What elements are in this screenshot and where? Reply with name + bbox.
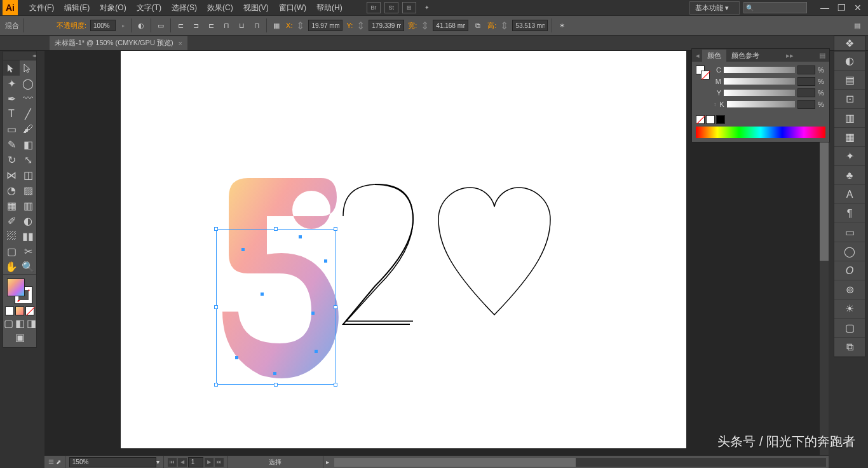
black-swatch[interactable] — [716, 115, 725, 124]
dock-transparency-icon[interactable]: ▦ — [834, 128, 865, 147]
dock-stroke-icon[interactable]: ⊡ — [834, 90, 865, 109]
dock-gradient-icon[interactable]: ▥ — [834, 109, 865, 128]
menu-view[interactable]: 视图(V) — [238, 3, 274, 13]
nav-first[interactable]: ⏮ — [168, 458, 177, 467]
dock-cc-icon[interactable]: ⊚ — [834, 280, 865, 299]
gradient-mode[interactable] — [15, 306, 24, 315]
nav-prev[interactable]: ◀ — [178, 458, 187, 467]
free-transform-tool[interactable]: ◫ — [20, 167, 36, 182]
eraser-tool[interactable]: ◧ — [20, 137, 36, 152]
dock-color-icon[interactable]: ◐ — [834, 52, 865, 71]
workspace-selector[interactable]: 基本功能 ▾ — [689, 1, 740, 15]
scale-tool[interactable]: ⤡ — [20, 152, 36, 167]
align-bottom-icon[interactable]: ⊓ — [251, 20, 262, 31]
menu-help[interactable]: 帮助(H) — [311, 3, 348, 13]
dock-appearance-icon[interactable]: ✦ — [834, 147, 865, 166]
eyedropper-tool[interactable]: ✐ — [3, 213, 20, 228]
align-top-icon[interactable]: ⊓ — [220, 20, 232, 31]
align-icon[interactable]: ▭ — [155, 20, 166, 31]
mesh-tool[interactable]: ▦ — [3, 198, 20, 213]
direct-selection-tool[interactable] — [20, 60, 36, 76]
search-box[interactable]: 🔍 — [743, 2, 807, 13]
align-middle-icon[interactable]: ⊔ — [236, 20, 247, 31]
arrange-icon[interactable]: ⊞ — [402, 2, 416, 13]
document-tab[interactable]: 未标题-1* @ 150% (CMYK/GPU 预览) × — [50, 36, 187, 50]
minimize-button[interactable]: — — [817, 2, 832, 13]
paintbrush-tool[interactable]: 🖌 — [20, 121, 36, 137]
m-slider[interactable] — [724, 78, 795, 85]
menu-window[interactable]: 窗口(W) — [274, 3, 311, 13]
dock-opentype-icon[interactable]: ◯ — [834, 242, 865, 261]
layers-icon[interactable]: ❖ — [834, 36, 865, 51]
panel-collapse-icon[interactable]: ▸▸ — [782, 52, 797, 60]
status-menu[interactable]: ☰ ⬈ — [44, 456, 65, 468]
tab-close-icon[interactable]: × — [179, 39, 182, 47]
dock-symbols-icon[interactable]: ♣ — [834, 166, 865, 185]
c-value[interactable] — [797, 65, 815, 74]
graph-tool[interactable]: ▮▮ — [20, 228, 36, 244]
m-value[interactable] — [797, 77, 815, 86]
menu-select[interactable]: 选择(S) — [166, 3, 202, 13]
gradient-tool[interactable]: ▥ — [20, 198, 36, 213]
menu-file[interactable]: 文件(F) — [24, 3, 59, 13]
perspective-tool[interactable]: ▨ — [20, 182, 36, 198]
stock-icon[interactable]: St — [384, 2, 398, 13]
magic-wand-tool[interactable]: ✦ — [3, 76, 20, 91]
w-input[interactable] — [433, 20, 468, 31]
dock-layers-icon[interactable]: ☀ — [834, 299, 865, 319]
lasso-tool[interactable]: ◯ — [20, 76, 36, 91]
toolbox-header[interactable]: ◂◂ — [3, 52, 36, 60]
symbol-sprayer-tool[interactable]: ⛆ — [3, 228, 20, 244]
y-slider[interactable] — [724, 90, 795, 96]
menu-edit[interactable]: 编辑(E) — [59, 3, 95, 13]
white-swatch[interactable] — [706, 115, 715, 124]
draw-normal[interactable]: ▢ — [3, 318, 13, 328]
gpu-icon[interactable]: ✦ — [420, 2, 434, 13]
menu-effect[interactable]: 效果(C) — [202, 3, 238, 13]
isolate-icon[interactable]: ✶ — [556, 20, 567, 31]
horizontal-scrollbar[interactable] — [334, 458, 826, 467]
opacity-input[interactable] — [90, 20, 116, 31]
close-button[interactable]: ✕ — [850, 2, 865, 13]
type-tool[interactable]: T — [3, 106, 20, 121]
bridge-icon[interactable]: Br — [367, 2, 381, 13]
c-slider[interactable] — [724, 67, 795, 73]
align-left-icon[interactable]: ⊏ — [175, 20, 186, 31]
zoom-tool[interactable]: 🔍 — [20, 259, 36, 274]
line-tool[interactable]: ╱ — [20, 106, 36, 121]
link-wh-icon[interactable]: ⧉ — [472, 20, 484, 31]
align-right-icon[interactable]: ⊏ — [205, 20, 217, 31]
color-tab[interactable]: 颜色 — [702, 50, 726, 62]
fill-stroke-swatch[interactable] — [7, 279, 32, 304]
artboard[interactable] — [121, 51, 686, 448]
panel-fill-stroke[interactable] — [696, 65, 710, 79]
dock-artboard-icon[interactable]: ▢ — [834, 319, 865, 338]
dock-paragraph-icon[interactable]: ¶ — [834, 204, 865, 223]
color-guide-tab[interactable]: 颜色参考 — [726, 50, 764, 62]
y-input[interactable] — [369, 20, 404, 31]
dock-links-icon[interactable]: ⧉ — [834, 338, 865, 357]
draw-behind[interactable]: ◧ — [15, 318, 25, 328]
panel-menu-icon[interactable]: ▤ — [815, 52, 829, 60]
color-mode[interactable] — [5, 306, 14, 315]
none-mode[interactable] — [25, 306, 34, 315]
shape-builder-tool[interactable]: ◔ — [3, 182, 20, 198]
nav-next[interactable]: ▶ — [205, 458, 214, 467]
menu-object[interactable]: 对象(O) — [95, 3, 131, 13]
dock-character-icon[interactable]: A — [834, 185, 865, 204]
y-value[interactable] — [797, 88, 815, 97]
spectrum-picker[interactable] — [696, 127, 825, 138]
artboard-tool[interactable]: ▢ — [3, 244, 20, 259]
pencil-tool[interactable]: ✎ — [3, 137, 20, 152]
controlbar-menu-icon[interactable]: ▤ — [851, 20, 863, 31]
blend-tool[interactable]: ◐ — [20, 213, 36, 228]
h-input[interactable] — [512, 20, 548, 31]
screen-mode[interactable]: ▣ — [13, 331, 26, 343]
selection-tool[interactable] — [3, 60, 20, 76]
draw-inside[interactable]: ◨ — [26, 318, 36, 328]
align-center-icon[interactable]: ⊐ — [190, 20, 201, 31]
width-tool[interactable]: ⋈ — [3, 167, 20, 182]
rotate-tool[interactable]: ↻ — [3, 152, 20, 167]
k-value[interactable] — [797, 100, 815, 109]
x-input[interactable] — [308, 20, 342, 31]
